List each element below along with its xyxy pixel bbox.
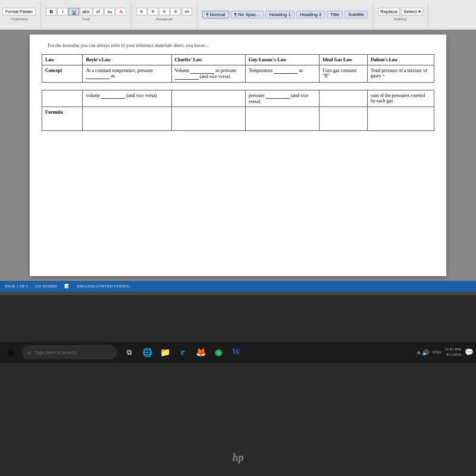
header-boyles: Boyle's Law — [83, 55, 171, 65]
laptop-body: hp — [0, 292, 476, 476]
ideal-concept-cell: Uses gas constant "R" — [320, 65, 368, 83]
language: ENGLISH (UNITED STATES) — [77, 284, 129, 289]
formula-table: volume (and vice versa) pressure (and vi… — [42, 90, 434, 131]
superscript-btn[interactable]: x² — [93, 8, 104, 15]
replace-btn[interactable]: Replace — [378, 8, 400, 15]
align-left-btn[interactable]: ≡ — [136, 8, 147, 15]
concept-label-cell: Concept — [42, 65, 83, 83]
styles-section: ¶ Normal ¶ No Spac... Heading 1 Heading … — [202, 2, 373, 28]
word-icon: W — [232, 347, 240, 357]
status-bar: PAGE 1 OF 3 215 WORDS 📝 ENGLISH (UNITED … — [0, 281, 476, 292]
date-display: 4/1/2019 — [444, 352, 461, 358]
align-center-btn[interactable]: ≡ — [148, 8, 158, 15]
justify-btn[interactable]: ≡ — [170, 8, 181, 15]
clipboard-section: Format Painter Clipboard — [2, 2, 41, 28]
subscript-btn[interactable]: x₂ — [104, 8, 115, 15]
concept-row: Concept At a constant temperature, press… — [42, 65, 434, 83]
clipboard-label: Clipboard — [11, 17, 27, 21]
charles-concept-cell: Volume as pressure (and vice versa) — [171, 65, 245, 83]
vol-charles — [171, 90, 245, 107]
time-display: 11:01 PM — [444, 347, 461, 352]
format-painter-btn[interactable]: Format Painter — [2, 8, 36, 15]
word-btn[interactable]: W — [228, 345, 244, 360]
paragraph-section: ≡ ≡ ≡ ≡ •≡ Paragraph — [136, 2, 198, 28]
header-charles: Charles' Law — [171, 55, 245, 65]
normal-style-btn[interactable]: ¶ Normal — [202, 11, 228, 18]
editing-section: Replace Select ▾ Editing — [378, 2, 428, 28]
notifications-icon[interactable]: 💬 — [465, 348, 474, 357]
second-table-section: volume (and vice versa) pressure (and vi… — [42, 90, 434, 131]
taskbar-right: ∧ 🔊 ENG 11:01 PM 4/1/2019 💬 — [416, 347, 474, 358]
ribbon: Format Painter Clipboard B I U abc x² x₂… — [0, 0, 476, 30]
volume-text: volume (and vice versa) — [86, 93, 156, 98]
vol-guy: pressure (and vice versa) — [245, 90, 319, 107]
spell-icon: 📝 — [64, 284, 70, 289]
taskbar: ⊞ ○ ⧉ 🌐 📁 e 🦊 ◉ W ∧ 🔊 ENG 11:01 PM — [0, 342, 476, 363]
search-bar[interactable]: ○ — [21, 345, 117, 359]
gas-laws-table: Law Boyle's Law Charles' Law Guy-Lussac'… — [42, 54, 434, 83]
boyles-text: At a constant temperature, pressure as — [86, 68, 153, 79]
underline-btn[interactable]: U — [68, 8, 79, 15]
font-color-btn[interactable]: A — [115, 8, 126, 15]
taskbar-icons: ⧉ 🌐 📁 e 🦊 ◉ W — [121, 345, 244, 360]
paragraph-label: Paragraph — [156, 17, 173, 21]
formula-ideal — [320, 107, 368, 131]
dalton-concept-cell: Total pressure of a mixture of gases = — [368, 65, 434, 83]
search-icon: ○ — [27, 349, 31, 356]
chrome-btn[interactable]: 🌐 — [139, 345, 155, 360]
lang-indicator: ENG — [433, 350, 441, 355]
pressure-text: pressure (and vice versa) — [249, 93, 308, 104]
sum-text: sum of the pressures exerted by each gas — [371, 93, 425, 104]
word-window: Format Painter Clipboard B I U abc x² x₂… — [0, 0, 476, 292]
firefox-btn[interactable]: 🦊 — [193, 345, 208, 360]
font-section: B I U abc x² x₂ A Font — [46, 2, 131, 28]
task-view-btn[interactable]: ⧉ — [121, 345, 137, 360]
folder-icon: 📁 — [160, 347, 170, 358]
strikethrough-btn[interactable]: abc — [80, 8, 92, 15]
volume-row: volume (and vice versa) pressure (and vi… — [42, 90, 434, 107]
edge2-btn[interactable]: ◉ — [211, 345, 226, 360]
editing-label: Editing — [394, 17, 406, 21]
firefox-icon: 🦊 — [196, 347, 206, 358]
document-area: For the formulas you can always refer to… — [0, 30, 476, 281]
heading1-style-btn[interactable]: Heading 1 — [265, 11, 294, 18]
charles-text: Volume as pressure (and vice versa) — [175, 68, 237, 79]
guy-concept-cell: Temperature as — [245, 65, 319, 83]
system-tray-icons: ∧ 🔊 — [416, 349, 430, 356]
folder-btn[interactable]: 📁 — [157, 345, 173, 360]
note-text: For the formulas you can always refer to… — [48, 43, 208, 48]
search-input[interactable] — [35, 350, 111, 355]
formula-row: Formula — [42, 107, 434, 131]
hp-logo: hp — [232, 452, 243, 464]
bold-btn[interactable]: B — [46, 8, 57, 15]
doc-note: For the formulas you can always refer to… — [42, 43, 434, 48]
boyles-concept-cell: At a constant temperature, pressure as — [83, 65, 171, 83]
vol-ideal — [320, 90, 368, 107]
heading2-style-btn[interactable]: Heading 2 — [296, 11, 325, 18]
title-style-btn[interactable]: Title — [327, 11, 343, 18]
page-count: PAGE 1 OF 3 — [5, 284, 28, 289]
windows-button[interactable]: ⊞ — [2, 344, 19, 361]
subtitle-style-btn[interactable]: Subtitle — [345, 11, 368, 18]
select-btn[interactable]: Select ▾ — [401, 8, 422, 15]
chrome-icon: 🌐 — [142, 347, 152, 358]
no-spac-style-btn[interactable]: ¶ No Spac... — [231, 11, 264, 18]
time-block: 11:01 PM 4/1/2019 — [444, 347, 461, 358]
header-guy: Guy-Lussac's Law — [245, 55, 319, 65]
formula-guy — [245, 107, 319, 131]
formula-boyles — [83, 107, 171, 131]
dalton-text: Total pressure of a mixture of gases = — [371, 68, 427, 79]
edge-icon: e — [181, 347, 184, 357]
bullets-btn[interactable]: •≡ — [181, 8, 192, 15]
align-right-btn[interactable]: ≡ — [159, 8, 170, 15]
vol-col1 — [42, 90, 83, 107]
vol-dalton: sum of the pressures exerted by each gas — [368, 90, 434, 107]
document: For the formulas you can always refer to… — [30, 35, 446, 276]
italic-btn[interactable]: I — [57, 8, 68, 15]
ideal-text: Uses gas constant "R" — [322, 68, 356, 79]
header-law: Law — [42, 55, 83, 65]
windows-icon: ⊞ — [7, 347, 14, 358]
formula-label-cell: Formula — [42, 107, 83, 131]
edge-btn[interactable]: e — [175, 345, 190, 360]
header-dalton: Dalton's Law — [368, 55, 434, 65]
